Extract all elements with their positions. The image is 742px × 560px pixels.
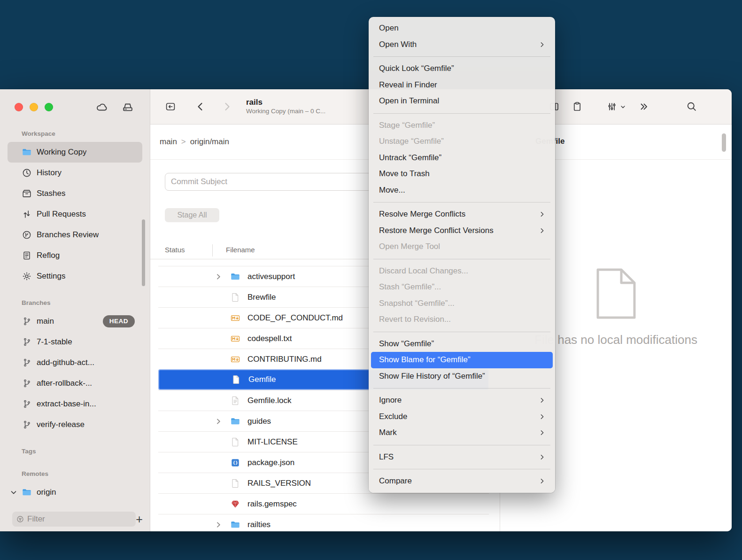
sidebar-item-branch-main[interactable]: main HEAD [8, 311, 142, 332]
disclosure-chevron-icon[interactable] [214, 417, 223, 426]
sidebar-item-reflog[interactable]: Reflog [8, 245, 142, 266]
sidebar-item-history[interactable]: History [8, 163, 142, 183]
menu-item-label: Exclude [379, 412, 407, 421]
sidebar-item-label: Branches Review [37, 230, 99, 240]
disclosure-chevron-icon[interactable] [214, 272, 223, 281]
sidebar-item-working-copy[interactable]: Working Copy [8, 142, 142, 163]
sidebar-section-title-branches: Branches [0, 297, 150, 309]
sidebar-item-icon [22, 358, 32, 368]
sidebar-item-remote-origin[interactable]: origin [8, 482, 142, 503]
file-type-icon [230, 437, 240, 447]
cloud-icon[interactable] [96, 101, 108, 113]
menu-item-open-in-terminal[interactable]: Open in Terminal [369, 93, 555, 109]
submenu-chevron-icon [538, 41, 546, 48]
local-drive-icon[interactable] [122, 101, 134, 113]
chevron-down-icon[interactable] [9, 488, 18, 497]
menu-item-stash-gemfile[interactable]: Stash “Gemfile”... [369, 279, 555, 296]
menu-item-quick-look-gemfile[interactable]: Quick Look “Gemfile” [369, 61, 555, 77]
sliders-icon[interactable] [606, 101, 618, 112]
submenu-chevron-icon [538, 397, 546, 404]
menu-item-resolve-merge-conflicts[interactable]: Resolve Merge Conflicts [369, 206, 555, 223]
table-row-railsgemspec[interactable]: rails.gemspec [158, 493, 489, 514]
sidebar-item-label: Working Copy [37, 148, 86, 157]
filename-label: MIT-LICENSE [247, 437, 298, 447]
sidebar-item-stashes[interactable]: Stashes [8, 183, 142, 204]
menu-item-move[interactable]: Move... [369, 182, 555, 199]
menu-item-open-with[interactable]: Open With [369, 37, 555, 53]
menu-item-show-blame-for-gemfile[interactable]: Show Blame for “Gemfile” [371, 352, 553, 368]
menu-item-untrack-gemfile[interactable]: Untrack “Gemfile” [369, 150, 555, 166]
sidebar-item-branch-extract-base-in[interactable]: extract-base-in... [8, 394, 142, 414]
sidebar-item-label: Stashes [37, 189, 65, 198]
submenu-chevron-icon [538, 453, 546, 461]
sidebar-item-label: Settings [37, 272, 65, 281]
menu-item-label: Stage “Gemfile” [379, 121, 435, 130]
clipboard-icon[interactable] [572, 101, 583, 112]
sidebar-item-branch-verify-release[interactable]: verify-release [8, 414, 142, 435]
close-button[interactable] [15, 103, 23, 111]
search-icon[interactable] [686, 101, 697, 112]
sidebar-item-icon [22, 209, 32, 219]
menu-item-ignore[interactable]: Ignore [369, 392, 555, 409]
sidebar-item-label: after-rollback-... [37, 379, 92, 388]
menu-item-restore-merge-conflict-versions[interactable]: Restore Merge Conflict Versions [369, 223, 555, 239]
menu-item-reveal-in-finder[interactable]: Reveal in Finder [369, 77, 555, 93]
zoom-button[interactable] [45, 103, 53, 111]
chevron-down-icon[interactable] [619, 103, 626, 110]
sidebar-titlebar [0, 89, 150, 124]
disclosure-chevron-icon[interactable] [214, 521, 223, 529]
file-type-icon [230, 292, 240, 303]
sidebar-item-label: 7-1-stable [37, 337, 72, 347]
menu-item-lfs[interactable]: LFS [369, 449, 555, 466]
menu-item-label: Revert to Revision... [379, 315, 451, 324]
filename-label: package.json [247, 458, 294, 467]
menu-item-discard-local-changes[interactable]: Discard Local Changes... [369, 263, 555, 280]
context-menu: Open Open With Quick Look “Gemfile” Reve… [369, 17, 555, 493]
table-row-railties[interactable]: railties [158, 514, 489, 531]
menu-item-stage-gemfile[interactable]: Stage “Gemfile” [369, 117, 555, 134]
sidebar-item-icon [22, 487, 32, 498]
sidebar-item-icon [22, 399, 32, 409]
menu-item-show-gemfile[interactable]: Show “Gemfile” [369, 336, 555, 352]
add-button[interactable]: + [136, 513, 143, 525]
working-copy-box-icon[interactable] [165, 101, 176, 112]
column-header-status: Status [165, 246, 185, 254]
menu-item-compare[interactable]: Compare [369, 473, 555, 490]
submenu-chevron-icon [538, 227, 546, 234]
menu-item-exclude[interactable]: Exclude [369, 409, 555, 425]
breadcrumb-segment-main[interactable]: main [160, 137, 177, 147]
back-button[interactable] [195, 101, 206, 112]
sidebar-item-icon [22, 271, 32, 281]
double-chevron-icon[interactable] [638, 101, 649, 112]
forward-button[interactable] [221, 101, 232, 112]
menu-separator [373, 56, 550, 57]
menu-item-open-merge-tool[interactable]: Open Merge Tool [369, 239, 555, 255]
minimize-button[interactable] [30, 103, 38, 111]
sidebar-item-branch-after-rollback[interactable]: after-rollback-... [8, 373, 142, 394]
menu-separator [373, 445, 550, 445]
detail-scrollbar[interactable] [722, 133, 726, 152]
stage-all-button[interactable]: Stage All [165, 208, 219, 222]
menu-item-label: Show File History of “Gemfile” [379, 372, 485, 381]
menu-item-open[interactable]: Open [369, 20, 555, 37]
menu-item-snapshot-gemfile[interactable]: Snapshot “Gemfile”... [369, 296, 555, 312]
filter-field[interactable] [12, 512, 136, 527]
sidebar-item-settings[interactable]: Settings [8, 266, 142, 287]
menu-item-move-to-trash[interactable]: Move to Trash [369, 166, 555, 182]
menu-item-unstage-gemfile[interactable]: Unstage “Gemfile” [369, 133, 555, 150]
filter-icon [16, 515, 24, 523]
window-controls [15, 103, 53, 111]
sidebar-item-icon [22, 337, 32, 347]
menu-item-show-file-history-of-gemfile[interactable]: Show File History of “Gemfile” [369, 368, 555, 385]
sidebar-item-branch-add-github-act[interactable]: add-github-act... [8, 352, 142, 373]
sidebar-item-branch-7-1-stable[interactable]: 7-1-stable [8, 332, 142, 352]
filter-input[interactable] [24, 514, 131, 524]
sidebar-item-pull-requests[interactable]: Pull Requests [8, 204, 142, 225]
sidebar-section-title-tags: Tags [0, 445, 150, 458]
sidebar-scrollbar[interactable] [142, 219, 145, 286]
menu-item-mark[interactable]: Mark [369, 425, 555, 441]
breadcrumb-segment-origin-main[interactable]: origin/main [190, 137, 229, 147]
sidebar-item-branches-review[interactable]: Branches Review [8, 225, 142, 245]
menu-item-revert-to-revision[interactable]: Revert to Revision... [369, 311, 555, 328]
menu-item-label: Ignore [379, 396, 402, 405]
